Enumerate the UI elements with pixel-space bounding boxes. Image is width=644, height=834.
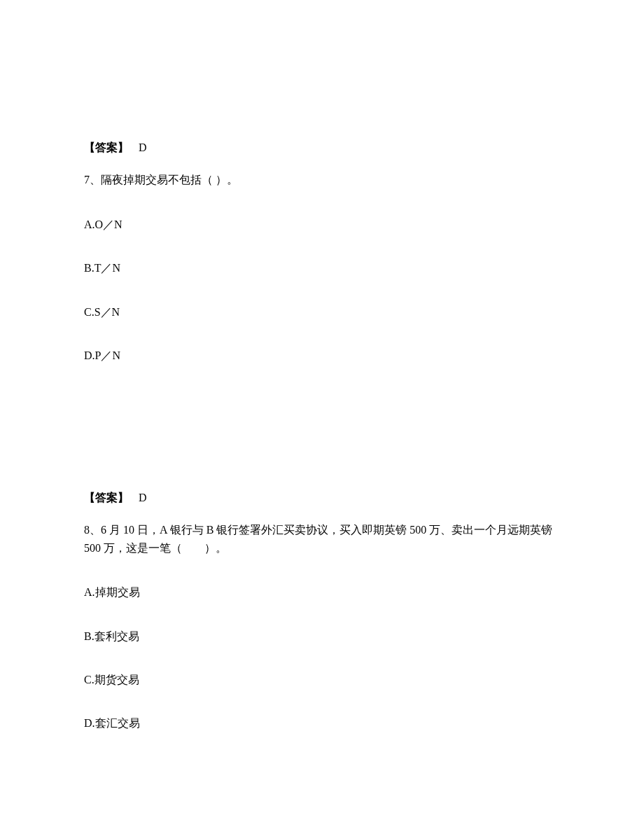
answer-block-2: 【答案】 D	[84, 490, 560, 506]
option-8-b: B.套利交易	[84, 629, 560, 644]
answer-value-1: D	[139, 141, 147, 153]
question-text-7: 隔夜掉期交易不包括（ ）。	[101, 174, 238, 186]
question-text-8: 6 月 10 日，A 银行与 B 银行签署外汇买卖协议，买入即期英镑 500 万…	[84, 524, 552, 554]
question-8: 8、6 月 10 日，A 银行与 B 银行签署外汇买卖协议，买入即期英镑 500…	[84, 521, 560, 557]
section-gap	[84, 392, 560, 490]
option-8-c: C.期货交易	[84, 672, 560, 688]
option-7-c: C.S／N	[84, 305, 560, 320]
question-number-8: 8、	[84, 524, 101, 536]
answer-label-1: 【答案】	[84, 141, 129, 153]
option-7-d: D.P／N	[84, 348, 560, 363]
answer-label-2: 【答案】	[84, 492, 129, 503]
option-8-d: D.套汇交易	[84, 716, 560, 731]
answer-block-1: 【答案】 D	[84, 140, 560, 155]
option-7-a: A.O／N	[84, 217, 560, 232]
option-8-a: A.掉期交易	[84, 585, 560, 600]
answer-value-2: D	[139, 492, 147, 503]
option-7-b: B.T／N	[84, 260, 560, 276]
question-number-7: 7、	[84, 174, 101, 186]
question-7: 7、隔夜掉期交易不包括（ ）。	[84, 171, 560, 189]
